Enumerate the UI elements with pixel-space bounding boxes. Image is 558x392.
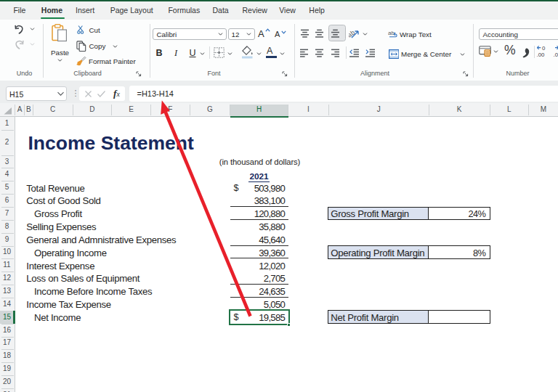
svg-text:.0: .0	[554, 52, 558, 58]
svg-text:.00: .00	[537, 52, 546, 58]
svg-text:ab: ab	[388, 30, 395, 36]
